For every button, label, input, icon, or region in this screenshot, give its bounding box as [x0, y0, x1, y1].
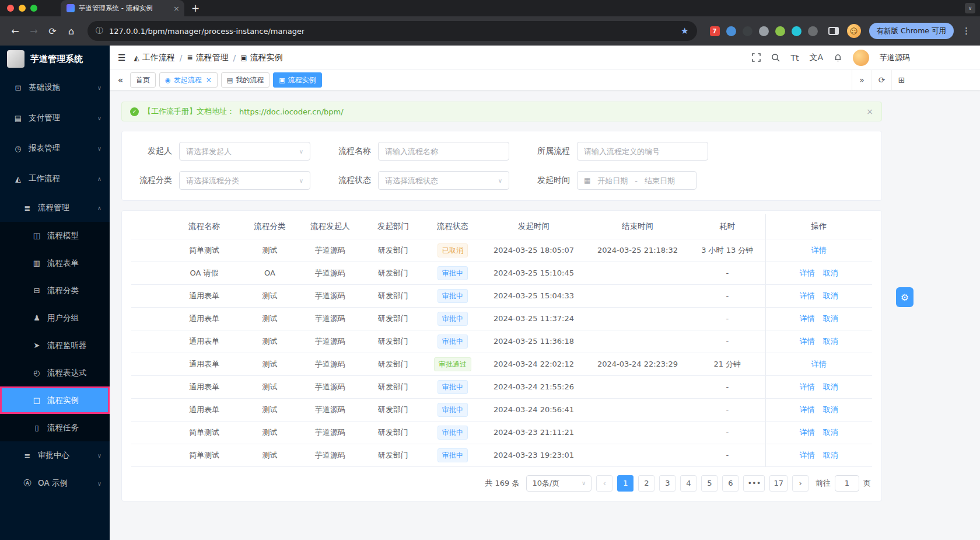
date-range-picker[interactable]: ▦-: [577, 171, 696, 190]
close-window-button[interactable]: [7, 5, 14, 12]
ext-globe-icon[interactable]: [743, 26, 752, 36]
page-button[interactable]: 3: [659, 475, 676, 492]
sidebar-item-process-management[interactable]: ≣流程管理∧: [0, 194, 110, 222]
cancel-link[interactable]: 取消: [823, 337, 838, 346]
user-avatar[interactable]: [853, 50, 869, 66]
process-definition-input-field[interactable]: [584, 147, 701, 156]
bookmark-star-icon[interactable]: ★: [681, 26, 688, 36]
more-pages-button[interactable]: •••: [743, 475, 765, 492]
status-select[interactable]: ∨: [378, 171, 509, 190]
page-button[interactable]: 1: [617, 475, 634, 492]
extensions-puzzle-icon[interactable]: [808, 26, 818, 36]
detail-link[interactable]: 详情: [800, 337, 815, 346]
address-bar[interactable]: ⓘ 127.0.0.1/bpm/manager/process-instance…: [88, 21, 697, 41]
tab-search-button[interactable]: ∨: [965, 3, 975, 13]
close-tab-icon[interactable]: ×: [173, 4, 180, 13]
breadcrumb-item[interactable]: ▣流程实例: [240, 53, 282, 63]
ext-green-icon[interactable]: [775, 26, 785, 36]
status-select-field[interactable]: [385, 176, 495, 185]
initiator-select[interactable]: ∨: [179, 142, 310, 161]
side-panel-icon[interactable]: [828, 27, 839, 35]
detail-link[interactable]: 详情: [800, 382, 815, 391]
sidebar-item-process-task[interactable]: ▯流程任务: [0, 414, 110, 441]
site-info-icon[interactable]: ⓘ: [96, 26, 103, 36]
breadcrumb-item[interactable]: ≣流程管理: [187, 53, 228, 63]
detail-link[interactable]: 详情: [800, 291, 815, 300]
detail-link[interactable]: 详情: [800, 451, 815, 459]
home-icon[interactable]: ⌂: [63, 26, 79, 37]
refresh-page-icon[interactable]: ⟳: [872, 70, 891, 90]
scroll-tags-left-icon[interactable]: «: [116, 75, 125, 85]
next-page-button[interactable]: ›: [792, 475, 808, 492]
translate-icon[interactable]: 文A: [809, 53, 823, 63]
ext-red-badge-icon[interactable]: 7: [710, 26, 720, 36]
new-tab-button[interactable]: +: [191, 2, 200, 14]
cancel-link[interactable]: 取消: [823, 451, 838, 459]
username[interactable]: 芋道源码: [880, 53, 910, 63]
sidebar-item-infrastructure[interactable]: ⊡基础设施∨: [0, 72, 110, 103]
banner-close-icon[interactable]: ×: [866, 107, 873, 116]
url-text[interactable]: 127.0.0.1/bpm/manager/process-instance/m…: [109, 27, 304, 36]
category-select[interactable]: ∨: [179, 171, 310, 190]
sidebar-item-process-expression[interactable]: ◴流程表达式: [0, 359, 110, 386]
close-tab-icon[interactable]: ×: [206, 76, 212, 84]
zoom-window-button[interactable]: [30, 5, 37, 12]
detail-link[interactable]: 详情: [800, 314, 815, 323]
fullscreen-icon[interactable]: [752, 53, 761, 62]
detail-link[interactable]: 详情: [800, 428, 815, 437]
detail-link[interactable]: 详情: [811, 246, 827, 255]
chrome-update-button[interactable]: 有新版 Chrome 可用: [869, 23, 954, 39]
process-name-input-field[interactable]: [385, 147, 502, 156]
end-date-input[interactable]: [641, 176, 678, 185]
cancel-link[interactable]: 取消: [823, 405, 838, 414]
sidebar-item-process-instance[interactable]: □流程实例: [0, 386, 110, 414]
page-button[interactable]: 4: [680, 475, 696, 492]
minimize-window-button[interactable]: [19, 5, 26, 12]
reload-icon[interactable]: ⟳: [44, 26, 61, 37]
sidebar-item-process-form[interactable]: ▥流程表单: [0, 249, 110, 277]
scroll-tags-right-icon[interactable]: »: [852, 70, 872, 90]
browser-profile-avatar[interactable]: ☺: [847, 24, 861, 38]
ext-gray-circle-icon[interactable]: [759, 26, 769, 36]
sidebar-item-user-group[interactable]: ♟用户分组: [0, 304, 110, 332]
initiator-select-field[interactable]: [186, 147, 296, 156]
detail-link[interactable]: 详情: [800, 269, 815, 277]
collapse-sidebar-icon[interactable]: ☰: [118, 53, 125, 63]
page-button[interactable]: 5: [701, 475, 718, 492]
sidebar-item-process-model[interactable]: ◫流程模型: [0, 222, 110, 249]
page-tab-home[interactable]: 首页: [130, 72, 156, 88]
sidebar-item-process-listener[interactable]: ➤流程监听器: [0, 332, 110, 359]
cancel-link[interactable]: 取消: [823, 291, 838, 300]
page-button[interactable]: 17: [769, 475, 788, 492]
sidebar-item-approval-center[interactable]: ≡审批中心∨: [0, 441, 110, 469]
notification-bell-icon[interactable]: [834, 53, 842, 62]
category-select-field[interactable]: [186, 176, 296, 185]
page-tab-process-instance[interactable]: ▣流程实例: [273, 72, 321, 88]
sidebar-item-report[interactable]: ◷报表管理∨: [0, 133, 110, 163]
process-name-input[interactable]: [378, 142, 509, 161]
ext-teal-icon[interactable]: [792, 26, 802, 36]
search-icon[interactable]: [771, 53, 780, 62]
cancel-link[interactable]: 取消: [823, 428, 838, 437]
browser-tab[interactable]: 芋道管理系统 - 流程实例 ×: [61, 0, 184, 16]
layout-grid-icon[interactable]: ⊞: [891, 70, 911, 90]
browser-menu-icon[interactable]: ⋮: [960, 26, 973, 36]
sidebar-item-process-category[interactable]: ⊟流程分类: [0, 277, 110, 304]
font-size-icon[interactable]: Tt: [790, 53, 799, 62]
app-logo[interactable]: 芋道管理系统: [0, 46, 110, 72]
ext-pin-icon[interactable]: [726, 26, 736, 36]
page-button[interactable]: 6: [722, 475, 738, 492]
settings-gear-button[interactable]: ⚙: [896, 287, 914, 307]
page-size-select[interactable]: 10条/页∨: [526, 475, 592, 492]
cancel-link[interactable]: 取消: [823, 382, 838, 391]
page-tab-start-process[interactable]: ◉发起流程×: [159, 72, 218, 88]
start-date-input[interactable]: [594, 176, 631, 185]
cancel-link[interactable]: 取消: [823, 269, 838, 277]
detail-link[interactable]: 详情: [811, 360, 827, 368]
forward-icon[interactable]: →: [26, 26, 42, 37]
page-tab-my-process[interactable]: ▤我的流程: [221, 72, 270, 88]
sidebar-item-payment[interactable]: ▤支付管理∨: [0, 103, 110, 133]
banner-link[interactable]: https://doc.iocoder.cn/bpm/: [239, 107, 344, 116]
page-button[interactable]: 2: [638, 475, 654, 492]
goto-page-input[interactable]: [835, 475, 859, 492]
